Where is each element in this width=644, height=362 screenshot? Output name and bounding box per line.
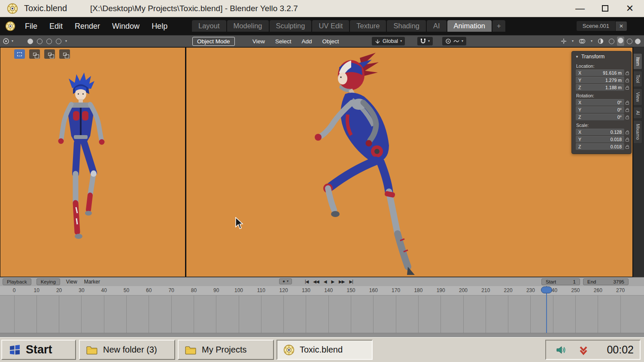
transform-value-field[interactable]: Z1.188 m bbox=[576, 84, 624, 91]
lock-icon[interactable] bbox=[626, 146, 629, 149]
transform-value-field[interactable]: Y1.279 m bbox=[576, 77, 624, 84]
transform-orientation-dropdown[interactable]: Global ▾ bbox=[372, 37, 405, 45]
mode-icon[interactable] bbox=[27, 39, 33, 44]
previous-keyframe-button[interactable]: ◀◀ bbox=[311, 278, 320, 285]
transform-value-field[interactable]: X0.128 bbox=[576, 129, 624, 136]
scale-tool-button[interactable] bbox=[59, 49, 70, 59]
menu-render[interactable]: Render bbox=[75, 22, 100, 31]
tray-arrow-icon[interactable] bbox=[578, 344, 589, 356]
scene-name-field[interactable]: Scene.001 bbox=[577, 21, 615, 31]
sidebar-tab-tool[interactable]: Tool bbox=[634, 71, 642, 87]
transform-value-field[interactable]: Z0° bbox=[576, 114, 624, 121]
shading-wireframe-icon[interactable] bbox=[609, 39, 614, 44]
lock-icon[interactable] bbox=[626, 139, 629, 142]
transform-value-field[interactable]: X91.616 m bbox=[576, 69, 624, 76]
timeline[interactable]: 0102030405060708090100110120130140150160… bbox=[0, 286, 644, 337]
workspace-tab-shading[interactable]: Shading bbox=[387, 20, 426, 32]
viewport-menu-object[interactable]: Object bbox=[322, 38, 339, 45]
frame-end-field[interactable]: End 3795 bbox=[583, 278, 629, 285]
snap-toggle[interactable]: ▾ bbox=[417, 37, 433, 45]
gizmo-icon[interactable] bbox=[561, 38, 567, 44]
object-mode-dropdown[interactable]: Object Mode bbox=[192, 37, 235, 46]
workspace-tab-layout[interactable]: Layout bbox=[192, 20, 226, 32]
editor-type-icon[interactable] bbox=[3, 38, 9, 45]
character-side-view[interactable] bbox=[288, 50, 421, 277]
viewport-menu-view[interactable]: View bbox=[252, 38, 265, 45]
rotate-tool-button[interactable] bbox=[44, 49, 55, 59]
jump-to-end-button[interactable]: ▶| bbox=[347, 278, 354, 285]
viewport-menu-add[interactable]: Add bbox=[302, 38, 312, 45]
next-keyframe-button[interactable]: ▶▶ bbox=[337, 278, 346, 285]
timeline-menu-keying[interactable]: Keying bbox=[36, 278, 60, 285]
transform-value-field[interactable]: Z0.018 bbox=[576, 143, 624, 150]
frame-start-field[interactable]: Start 1 bbox=[541, 278, 580, 285]
volume-icon[interactable] bbox=[556, 344, 567, 356]
minimize-button[interactable]: — bbox=[574, 2, 586, 15]
lock-icon[interactable] bbox=[626, 117, 629, 119]
transform-value-field[interactable]: Y0.018 bbox=[576, 136, 624, 143]
workspace-tab-modeling[interactable]: Modeling bbox=[227, 20, 269, 32]
frame-tick-label: 10 bbox=[34, 287, 39, 293]
transform-value-field[interactable]: Y0° bbox=[576, 106, 624, 113]
jump-to-start-button[interactable]: |◀ bbox=[303, 278, 310, 285]
shading-solid-active[interactable] bbox=[617, 36, 624, 46]
lock-icon[interactable] bbox=[626, 87, 629, 90]
workspace-tab-uv-edit[interactable]: UV Edit bbox=[312, 20, 349, 32]
workspace-tab-ai[interactable]: AI bbox=[427, 20, 447, 32]
viewport-menu-select[interactable]: Select bbox=[275, 38, 292, 45]
workspace-tab-sculpting[interactable]: Sculpting bbox=[270, 20, 312, 32]
sidebar-tab-view[interactable]: View bbox=[634, 88, 642, 106]
lock-icon[interactable] bbox=[626, 109, 629, 112]
frame-gridline bbox=[216, 296, 216, 333]
add-workspace-button[interactable]: + bbox=[492, 20, 505, 32]
xray-toggle-icon[interactable] bbox=[598, 38, 604, 44]
menu-help[interactable]: Help bbox=[152, 22, 167, 31]
auto-keying-group[interactable]: ● ▾ bbox=[279, 278, 292, 284]
lock-icon[interactable] bbox=[626, 102, 629, 105]
playhead-handle[interactable] bbox=[541, 287, 552, 293]
shading-rendered-icon[interactable] bbox=[635, 39, 641, 44]
workspace-tab-animation[interactable]: Animation bbox=[447, 20, 492, 32]
frame-tick-label: 30 bbox=[79, 287, 84, 293]
viewport-front[interactable] bbox=[0, 48, 185, 277]
taskbar-button-new-folder-3[interactable]: New folder (3) bbox=[79, 340, 175, 360]
move-tool-button[interactable] bbox=[29, 49, 40, 59]
proportional-edit-toggle[interactable]: ▾ bbox=[442, 37, 466, 45]
shading-material-icon[interactable] bbox=[627, 39, 632, 44]
taskbar-button-toxic-blend[interactable]: Toxic.blend bbox=[276, 340, 373, 360]
menu-edit[interactable]: Edit bbox=[49, 22, 63, 31]
select-box-tool-button[interactable] bbox=[14, 49, 25, 59]
taskbar-button-my-projects[interactable]: My Projects bbox=[178, 340, 274, 360]
menu-file[interactable]: File bbox=[25, 22, 37, 31]
timeline-menu-view[interactable]: View bbox=[65, 278, 78, 285]
viewport-main[interactable]: ▼ Transform Location:X91.616 mY1.279 mZ1… bbox=[186, 48, 632, 277]
timeline-tracks[interactable] bbox=[0, 295, 644, 333]
mode-icon[interactable] bbox=[46, 39, 52, 44]
timeline-menu-playback[interactable]: Playback bbox=[3, 278, 31, 285]
frame-gridline bbox=[194, 296, 194, 333]
lock-icon[interactable] bbox=[626, 72, 629, 75]
transform-value-field[interactable]: X0° bbox=[576, 99, 624, 106]
transform-panel-header[interactable]: ▼ Transform bbox=[572, 51, 631, 61]
start-button[interactable]: Start bbox=[1, 340, 76, 360]
character-front-view[interactable] bbox=[58, 72, 118, 247]
sidebar-tab-ai[interactable]: AI bbox=[634, 107, 642, 119]
menu-window[interactable]: Window bbox=[112, 22, 140, 31]
maximize-button[interactable] bbox=[598, 2, 611, 15]
scene-unlink-button[interactable]: ✕ bbox=[616, 21, 627, 31]
play-button[interactable]: ▶ bbox=[329, 278, 336, 285]
sidebar-tab-item[interactable]: Item bbox=[634, 53, 642, 69]
timeline-scrollbar[interactable] bbox=[0, 333, 644, 337]
lock-icon[interactable] bbox=[626, 132, 629, 134]
frame-gridline bbox=[575, 296, 576, 333]
overlays-icon[interactable] bbox=[579, 39, 586, 44]
play-reverse-button[interactable]: ◀ bbox=[322, 278, 328, 285]
lock-icon[interactable] bbox=[626, 80, 629, 82]
timeline-menu-marker[interactable]: Marker bbox=[83, 278, 101, 285]
mode-icon[interactable] bbox=[37, 39, 43, 44]
blender-menu-logo-icon[interactable] bbox=[5, 21, 15, 31]
close-button[interactable]: ✕ bbox=[623, 2, 636, 15]
mode-icon[interactable] bbox=[56, 39, 61, 44]
sidebar-tab-mixamo[interactable]: Mixamo bbox=[634, 120, 642, 144]
workspace-tab-texture[interactable]: Texture bbox=[350, 20, 386, 32]
